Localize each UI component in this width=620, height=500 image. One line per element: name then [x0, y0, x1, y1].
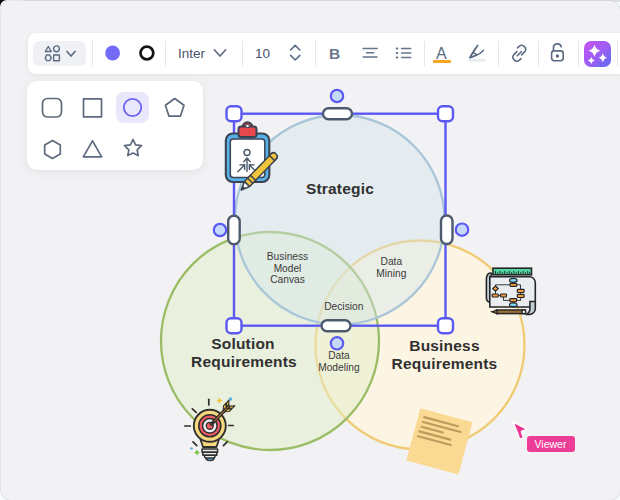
svg-text:Data: Data	[328, 350, 350, 361]
svg-text:Requirements: Requirements	[191, 353, 297, 370]
svg-text:Business: Business	[409, 337, 480, 354]
svg-text:Requirements: Requirements	[392, 355, 498, 372]
svg-text:Canvas: Canvas	[270, 274, 305, 285]
svg-text:Modeling: Modeling	[318, 362, 360, 373]
svg-text:Strategic: Strategic	[306, 180, 374, 197]
svg-text:Decision: Decision	[324, 301, 363, 312]
svg-text:Model: Model	[274, 263, 302, 274]
svg-text:Solution: Solution	[211, 335, 275, 352]
svg-text:Data: Data	[381, 256, 403, 267]
svg-text:Mining: Mining	[376, 268, 406, 279]
svg-text:Business: Business	[267, 251, 308, 262]
